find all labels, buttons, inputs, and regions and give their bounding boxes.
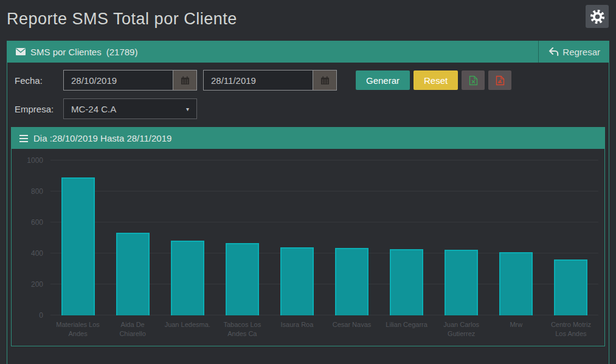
- fecha-row: Fecha:: [11, 70, 605, 91]
- calendar-icon: [320, 76, 330, 85]
- regresar-label: Regresar: [562, 47, 600, 57]
- x-axis-label: Juan Ledesma.: [160, 320, 215, 338]
- select-caret-icon: ▾: [186, 106, 189, 112]
- panel-header: SMS por Clientes (21789) Regresar: [7, 41, 609, 63]
- bar-0[interactable]: [61, 177, 95, 315]
- chart-panel-header: Dia :28/10/2019 Hasta 28/11/2019: [12, 128, 604, 149]
- x-axis-label: Materiales Los Andes: [50, 320, 105, 338]
- x-axis-label: Juan Carlos Gutierrez: [434, 320, 489, 338]
- bar-column: [489, 160, 544, 315]
- generar-button[interactable]: Generar: [356, 70, 410, 90]
- bar-column: [215, 160, 269, 315]
- bar-6[interactable]: [390, 249, 423, 315]
- export-excel-button[interactable]: [462, 70, 485, 90]
- date-to-calendar-button[interactable]: [313, 70, 336, 90]
- date-to-group: [203, 70, 337, 91]
- bar-column: [269, 160, 324, 315]
- chart-panel: Dia :28/10/2019 Hasta 28/11/2019 0200400…: [11, 127, 605, 346]
- bar-9[interactable]: [554, 259, 587, 315]
- empresa-row: Empresa: MC-24 C.A ▾: [11, 98, 605, 119]
- bar-4[interactable]: [280, 247, 314, 315]
- x-axis-label: Tabacos Los Andes Ca: [215, 320, 269, 338]
- bar-5[interactable]: [335, 248, 369, 315]
- empresa-selected-value: MC-24 C.A: [71, 104, 116, 114]
- envelope-icon: [16, 48, 26, 55]
- back-arrow-icon: [549, 47, 559, 56]
- chart-body: 02004006008001000 Materiales Los AndesAi…: [12, 149, 604, 346]
- panel-count: (21789): [106, 47, 138, 57]
- bars-row: [50, 160, 598, 315]
- export-pdf-button[interactable]: [488, 70, 511, 90]
- bar-column: [379, 160, 434, 315]
- x-axis-label: Isaura Roa: [269, 320, 324, 338]
- y-tick-label: 400: [31, 249, 43, 258]
- reset-button[interactable]: Reset: [414, 70, 458, 90]
- x-axis-label: Mrw: [489, 320, 544, 338]
- x-axis-labels: Materiales Los AndesAida De ChiarelloJua…: [50, 320, 598, 338]
- bar-column: [105, 160, 160, 315]
- settings-button[interactable]: [586, 5, 609, 28]
- y-tick-label: 600: [31, 218, 43, 227]
- x-axis-label: Aida De Chiarello: [105, 320, 160, 338]
- bar-column: [50, 160, 105, 315]
- page-title: Reporte SMS Total por Cliente: [7, 10, 609, 29]
- date-from-input[interactable]: [64, 70, 173, 90]
- bar-column: [434, 160, 489, 315]
- y-tick-label: 200: [31, 280, 43, 289]
- y-tick-label: 800: [31, 187, 43, 196]
- menu-icon[interactable]: [19, 135, 28, 142]
- date-to-input[interactable]: [204, 70, 313, 90]
- bar-3[interactable]: [226, 243, 259, 315]
- bar-column: [160, 160, 215, 315]
- fecha-label: Fecha:: [11, 75, 63, 86]
- bar-column: [324, 160, 379, 315]
- empresa-select[interactable]: MC-24 C.A ▾: [63, 98, 197, 119]
- chart-title: Dia :28/10/2019 Hasta 28/11/2019: [33, 133, 171, 143]
- bar-2[interactable]: [171, 241, 204, 315]
- y-tick-label: 1000: [27, 156, 43, 165]
- panel-title: SMS por Clientes: [30, 47, 102, 57]
- topbar: Reporte SMS Total por Cliente: [0, 0, 616, 38]
- calendar-icon: [181, 76, 190, 85]
- date-from-group: [63, 70, 197, 91]
- bar-8[interactable]: [499, 252, 533, 315]
- bar-column: [544, 160, 598, 315]
- y-tick-label: 0: [39, 311, 43, 320]
- plot-area: 02004006008001000: [50, 160, 598, 315]
- pdf-file-icon: [496, 75, 505, 86]
- date-from-calendar-button[interactable]: [173, 70, 196, 90]
- x-axis-label: Centro Motriz Los Andes: [544, 320, 598, 338]
- sms-panel: SMS por Clientes (21789) Regresar Fecha:: [7, 41, 609, 364]
- empresa-label: Empresa:: [11, 104, 63, 114]
- regresar-button[interactable]: Regresar: [538, 41, 600, 63]
- x-axis-label: Lilian Cegarra: [379, 320, 434, 338]
- bar-1[interactable]: [116, 233, 150, 315]
- x-axis-label: Cesar Navas: [324, 320, 379, 338]
- panel-body: Fecha:: [7, 63, 609, 346]
- bar-7[interactable]: [445, 250, 478, 315]
- gear-icon: [589, 9, 606, 25]
- excel-file-icon: [469, 75, 478, 86]
